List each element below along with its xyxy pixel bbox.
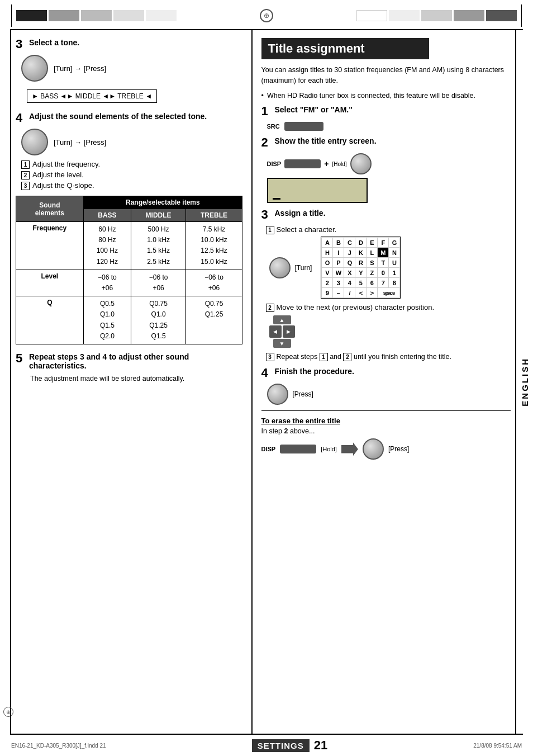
- disp-row: DISP + [Hold]: [267, 153, 511, 174]
- english-sidebar-container: ENGLISH: [515, 30, 533, 734]
- main-content: 3 Select a tone. [Turn] → [Press] ► BASS…: [0, 30, 533, 734]
- step4-item-1-text: Adjust the frequency.: [32, 160, 100, 168]
- top-block-r1: [356, 10, 387, 21]
- char-row-1: A B C D E F G: [322, 238, 400, 248]
- char-9: 9: [322, 288, 333, 298]
- nav-lr-row: ◀ ▶: [269, 325, 295, 338]
- disp-label: DISP: [267, 160, 282, 167]
- hold-indicator: [Hold]: [332, 161, 346, 167]
- nav-arrow-down[interactable]: ▼: [273, 339, 291, 348]
- step4-title: Adjust the sound elements of the selecte…: [29, 112, 207, 121]
- step4-item-2: 2 Adjust the level.: [21, 171, 242, 179]
- table-header-treble: TREBLE: [186, 209, 242, 222]
- q-treble: Q0.75Q1.25: [186, 296, 242, 344]
- table-header-middle: MIDDLE: [131, 209, 186, 222]
- sound-table: Soundelements Range/selectable items BAS…: [16, 196, 242, 344]
- box-num-3: 3: [21, 182, 30, 190]
- left-border-tick: [11, 4, 12, 27]
- top-block-r2: [389, 10, 420, 21]
- nav-arrow-right[interactable]: ▶: [283, 325, 295, 338]
- tone-bar-container: ► BASS ◄► MIDDLE ◄► TREBLE ◄: [21, 86, 242, 106]
- bottom-bar: EN16-21_KD-A305_R300[J]_f.indd 21 SETTIN…: [0, 735, 533, 756]
- freq-treble: 7.5 kHz10.0 kHz12.5 kHz15.0 kHz: [186, 222, 242, 270]
- intro-text: You can assign titles to 30 station freq…: [261, 65, 511, 86]
- title-assignment-heading: Title assignment: [261, 38, 429, 59]
- q-label: Q: [16, 296, 84, 344]
- top-block-4: [113, 10, 144, 21]
- right-step2-heading: 2 Show the title entry screen.: [261, 136, 511, 149]
- top-block-r4: [454, 10, 484, 21]
- erase-hold-label: [Hold]: [321, 446, 337, 452]
- erase-action-row: DISP [Hold] [Press]: [261, 438, 511, 460]
- step3-heading: 3 Select a tone.: [16, 38, 242, 50]
- char-W: W: [333, 268, 344, 278]
- char-H: H: [322, 248, 333, 258]
- char-C: C: [344, 238, 355, 248]
- plus-sign: +: [324, 159, 329, 168]
- step4-heading: 4 Adjust the sound elements of the selec…: [16, 112, 242, 124]
- char-R: R: [355, 258, 367, 268]
- nav-arrow-up[interactable]: ▲: [273, 315, 291, 324]
- hold-label: [Hold]: [332, 161, 346, 167]
- down-arrow-icon: ▼: [279, 341, 285, 347]
- step4-action-text: [Turn] → [Press]: [54, 138, 106, 147]
- table-row-q: Q Q0.5Q1.0Q1.5Q2.0 Q0.75Q1.0Q1.25Q1.5 Q0…: [16, 296, 242, 344]
- box-num-2: 2: [21, 171, 30, 179]
- nav-arrow-left[interactable]: ◀: [269, 325, 282, 338]
- char-S: S: [367, 258, 378, 268]
- erase-cont: above...: [290, 427, 315, 435]
- step3-action-text: [Turn] → [Press]: [54, 64, 106, 73]
- erase-disp-label: DISP: [261, 446, 276, 452]
- char-lt: <: [355, 288, 367, 298]
- right-step2-title: Show the title entry screen.: [275, 136, 377, 145]
- char-3: 3: [333, 278, 344, 288]
- sub2-text: Move to the next (or previous) character…: [277, 303, 435, 311]
- nav-arrows-row: ▲ ◀ ▶ ▼: [269, 315, 511, 348]
- char-slash: /: [344, 288, 355, 298]
- right-step1-number: 1: [261, 105, 273, 117]
- knob-erase: [363, 438, 384, 460]
- display-cursor: [273, 198, 280, 200]
- char-7: 7: [378, 278, 389, 288]
- char-F: F: [378, 238, 389, 248]
- right-step3-sub3-row: 3 Repeat steps 1 and 2 until you finish …: [266, 352, 511, 361]
- footer-file: EN16-21_KD-A305_R300[J]_f.indd 21: [11, 743, 106, 749]
- bullet-dot: •: [261, 91, 264, 101]
- src-button-pill: [284, 122, 323, 131]
- knob-step2: [350, 153, 372, 174]
- tone-bar: ► BASS ◄► MIDDLE ◄► TREBLE ◄: [27, 89, 157, 103]
- table-header-range: Range/selectable items: [83, 196, 242, 209]
- crosshair-bottom-left: ⊕: [3, 707, 13, 717]
- top-header-bar: ⊕: [0, 0, 533, 29]
- box-num-1: 1: [21, 160, 30, 169]
- erase-divider: [261, 410, 511, 411]
- src-row: SRC: [267, 122, 511, 131]
- char-L: L: [367, 248, 378, 258]
- char-G: G: [389, 238, 400, 248]
- char-2: 2: [322, 278, 333, 288]
- char-A: A: [322, 238, 333, 248]
- right-column: ENGLISH Title assignment You can assign …: [253, 30, 534, 734]
- freq-bass: 60 Hz80 Hz100 Hz120 Hz: [83, 222, 131, 270]
- level-middle: −06 to+06: [131, 270, 186, 296]
- sub1-text: Select a character.: [277, 225, 337, 234]
- char-U: U: [389, 258, 400, 268]
- erase-section: To erase the entire title In step 2 abov…: [261, 417, 511, 460]
- table-header-sound-elements: Soundelements: [16, 196, 84, 222]
- right-step3-heading: 3 Assign a title.: [261, 209, 511, 221]
- right-step2-number: 2: [261, 136, 273, 149]
- erase-press-label: [Press]: [388, 445, 409, 453]
- char-D: D: [355, 238, 367, 248]
- right-step3-sub1-row: 1 Select a character.: [266, 225, 511, 234]
- box-1: 1: [266, 226, 274, 234]
- char-P: P: [333, 258, 344, 268]
- freq-label: Frequency: [16, 222, 84, 270]
- right-arrow-icon: ▶: [287, 329, 291, 334]
- step3-action-row: [Turn] → [Press]: [21, 55, 242, 82]
- char-I: I: [333, 248, 344, 258]
- q-bass: Q0.5Q1.0Q1.5Q2.0: [83, 296, 131, 344]
- display-screen: [267, 178, 368, 203]
- level-bass: −06 to+06: [83, 270, 131, 296]
- char-gt: >: [367, 288, 378, 298]
- top-block-1: [16, 10, 47, 21]
